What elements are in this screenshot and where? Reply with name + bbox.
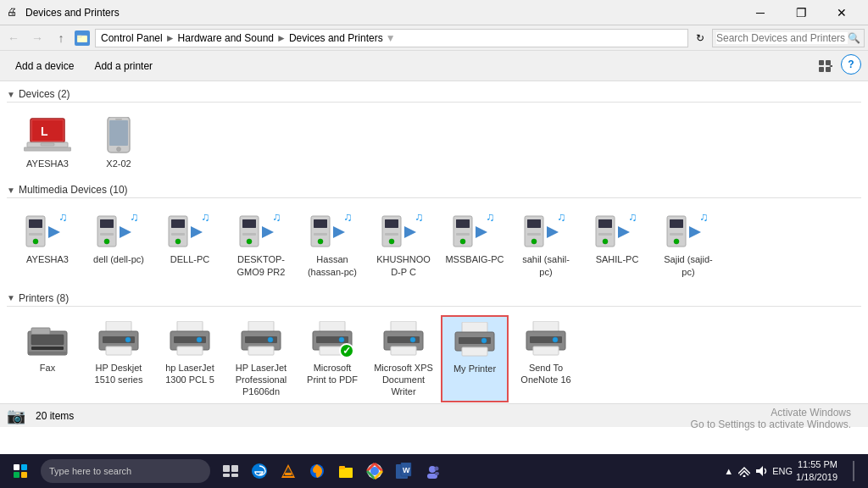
devices-section-title: Devices (2)	[19, 88, 70, 100]
printer-device-3[interactable]: HP LaserJet Professional P1606dn	[227, 315, 295, 402]
svg-point-75	[603, 239, 608, 244]
files-taskbar-icon[interactable]	[332, 454, 359, 488]
printer-device-6[interactable]: My Printer	[441, 315, 509, 402]
up-button[interactable]: ↑	[51, 28, 71, 48]
svg-text:♫: ♫	[201, 213, 210, 224]
close-button[interactable]: ✕	[822, 0, 861, 25]
svg-rect-21	[29, 219, 42, 228]
svg-rect-70	[527, 219, 541, 228]
view-options-button[interactable]	[814, 54, 837, 78]
svg-rect-137	[339, 466, 345, 469]
svg-point-149	[743, 475, 746, 478]
printer-label: Fax	[40, 362, 55, 374]
device-ayesha3[interactable]: L AYESHA3	[14, 111, 81, 174]
taskbar-search[interactable]: Type here to search	[41, 459, 210, 483]
svg-rect-69	[527, 233, 541, 236]
vlc-taskbar-icon[interactable]	[275, 454, 302, 488]
multimedia-device-8[interactable]: ♫ SAHIL-PC	[583, 207, 651, 282]
system-tray: ▲ ENG	[724, 465, 793, 477]
chrome-taskbar-icon[interactable]	[361, 454, 388, 488]
teams-taskbar-icon[interactable]	[419, 454, 446, 488]
svg-rect-120	[462, 347, 487, 356]
media-label: dell (dell-pc)	[93, 253, 144, 265]
svg-rect-34	[171, 233, 185, 236]
firefox-taskbar-icon[interactable]	[303, 454, 331, 488]
media-icon: ♫	[449, 211, 500, 253]
search-box[interactable]: 🔍	[712, 29, 865, 47]
multimedia-section-header[interactable]: ▼ Multimedia Devices (10)	[7, 180, 861, 198]
printers-section-header[interactable]: ▼ Printers (8)	[7, 289, 861, 307]
task-view-button[interactable]	[217, 454, 244, 488]
multimedia-device-0[interactable]: ♫ AYESHA3	[14, 207, 81, 282]
edge-taskbar-icon[interactable]	[246, 454, 273, 488]
svg-rect-14	[109, 120, 128, 146]
svg-rect-1	[77, 36, 81, 37]
forward-button[interactable]: →	[27, 28, 47, 48]
multimedia-chevron: ▼	[7, 186, 15, 195]
svg-marker-50	[333, 226, 345, 238]
help-button[interactable]: ?	[841, 54, 861, 75]
multimedia-device-5[interactable]: ♫ KHUSHNOOD-P C	[370, 207, 437, 282]
multimedia-device-4[interactable]: ♫ Hassan (hassan-pc)	[298, 207, 366, 282]
restore-button[interactable]: ❐	[782, 0, 821, 25]
printer-label: My Printer	[453, 363, 496, 374]
svg-text:♫: ♫	[415, 213, 424, 224]
svg-text:♫: ♫	[628, 213, 637, 224]
svg-rect-100	[177, 347, 203, 355]
tray-up-arrow[interactable]: ▲	[724, 466, 733, 476]
add-device-button[interactable]: Add a device	[7, 54, 82, 78]
svg-rect-12	[41, 143, 54, 146]
printer-device-7[interactable]: Send To OneNote 16	[512, 315, 580, 402]
search-input[interactable]	[716, 32, 848, 44]
printer-label: HP LaserJet Professional P1606dn	[231, 362, 291, 398]
breadcrumb[interactable]: Control Panel ► Hardware and Sound ► Dev…	[95, 29, 688, 47]
svg-rect-4	[819, 67, 824, 72]
svg-rect-42	[242, 219, 256, 228]
title-bar-title: Devices and Printers	[25, 7, 741, 19]
media-icon: ♫	[22, 211, 73, 253]
svg-rect-125	[533, 347, 559, 355]
svg-point-82	[674, 239, 679, 244]
svg-point-40	[247, 239, 252, 244]
taskbar: Type here to search	[0, 454, 868, 488]
svg-point-121	[481, 338, 487, 343]
printer-device-2[interactable]: hp LaserJet 1300 PCL 5	[156, 315, 224, 402]
printer-icon	[22, 319, 73, 362]
show-desktop-button[interactable]	[841, 454, 861, 488]
printer-icon	[378, 319, 429, 362]
windows-logo-icon	[14, 464, 27, 478]
minimize-button[interactable]: ─	[741, 0, 780, 25]
svg-rect-55	[385, 233, 398, 236]
printer-device-1[interactable]: HP Deskjet 1510 series	[85, 315, 153, 402]
svg-marker-22	[48, 226, 60, 238]
multimedia-device-9[interactable]: ♫ Sajid (sajid-pc)	[654, 207, 722, 282]
svg-text:♫: ♫	[272, 213, 281, 224]
printer-device-0[interactable]: Fax	[14, 315, 81, 402]
svg-rect-11	[24, 147, 71, 151]
add-printer-button[interactable]: Add a printer	[86, 54, 161, 78]
start-button[interactable]	[3, 454, 37, 488]
refresh-button[interactable]: ↻	[692, 30, 709, 47]
media-label: sahil (sahil-pc)	[516, 253, 576, 278]
multimedia-device-3[interactable]: ♫ DESKTOP-GMO9 PR2	[227, 207, 295, 282]
word-taskbar-icon[interactable]: W	[390, 454, 417, 488]
devices-section-header[interactable]: ▼ Devices (2)	[7, 85, 861, 103]
multimedia-device-7[interactable]: ♫ sahil (sahil-pc)	[512, 207, 580, 282]
svg-marker-64	[476, 226, 487, 238]
device-x2-02[interactable]: X2-02	[85, 111, 153, 174]
svg-text:♫: ♫	[58, 213, 68, 224]
printer-device-5[interactable]: Microsoft XPS Document Writer	[370, 315, 437, 402]
svg-text:♫: ♫	[130, 213, 139, 224]
svg-rect-56	[385, 219, 398, 228]
printer-label: hp LaserJet 1300 PCL 5	[160, 362, 220, 386]
item-count: 20 items	[36, 410, 74, 422]
printers-section-title: Printers (8)	[19, 292, 69, 304]
multimedia-device-6[interactable]: ♫ MSSBAIG-PC	[441, 207, 509, 282]
media-icon: ♫	[93, 211, 144, 253]
multimedia-device-1[interactable]: ♫ dell (dell-pc)	[85, 207, 153, 282]
back-button[interactable]: ←	[3, 28, 24, 48]
printer-device-4[interactable]: ✓ Microsoft Print to PDF	[298, 315, 366, 402]
multimedia-device-2[interactable]: ♫ DELL-PC	[156, 207, 224, 282]
svg-point-15	[117, 147, 121, 152]
breadcrumb-hardware: Hardware and Sound	[178, 32, 274, 44]
